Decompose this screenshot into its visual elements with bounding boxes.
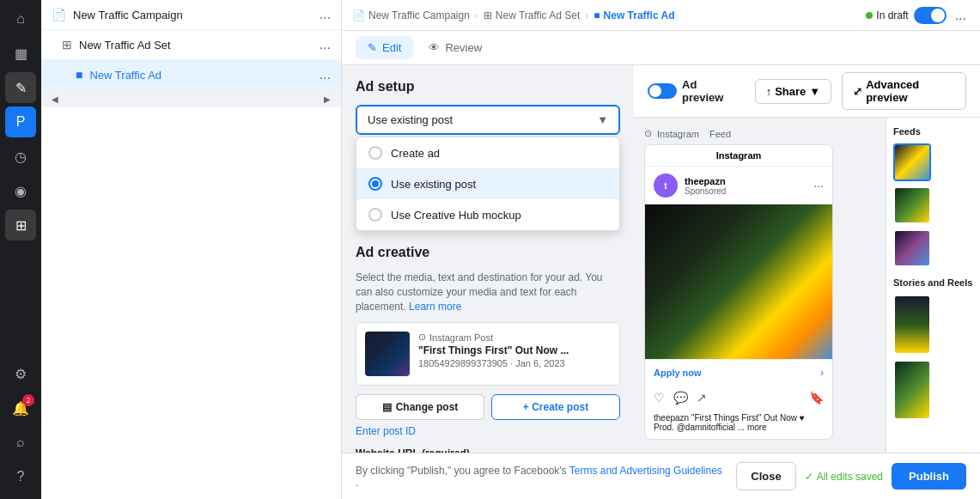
create-post-btn[interactable]: + Create post (491, 394, 620, 420)
breadcrumb-sep-2: › (585, 9, 588, 21)
status-toggle[interactable] (914, 7, 947, 24)
breadcrumb-campaigns[interactable]: 📄 New Traffic Campaign (352, 9, 470, 21)
dropdown-options: Create ad Use existing post Use Creative… (356, 137, 620, 231)
campaign-item-adset[interactable]: ⊞ New Traffic Ad Set ... (41, 30, 341, 60)
ig-like-icon[interactable]: ♡ (654, 391, 665, 405)
stories-thumbs-row (893, 295, 973, 420)
option-use-existing[interactable]: Use existing post (356, 168, 619, 199)
option-create-ad-label: Create ad (391, 147, 440, 160)
terms-link[interactable]: Terms and Advertising Guidelines (569, 465, 722, 477)
breadcrumb-more[interactable]: ... (952, 8, 970, 23)
bottom-notice: By clicking "Publish," you agree to Face… (356, 465, 727, 489)
post-meta: 18054929899373905 · Jan 6, 2023 (418, 358, 611, 368)
instagram-card: Instagram t theepazn Sponsored ··· Apply… (644, 144, 833, 440)
ig-avatar: t (654, 173, 678, 198)
ig-caption: theepazn "First Things First" Out Now ♥ … (645, 410, 832, 439)
stories-section-title: Stories and Reels (893, 277, 973, 288)
search-icon[interactable]: ◉ (5, 175, 36, 206)
option-creative-hub[interactable]: Use Creative Hub mockup (356, 199, 619, 230)
share-btn[interactable]: ↑ Share ▼ (755, 79, 832, 104)
ad-type-dropdown[interactable]: Use existing post ▼ (356, 105, 620, 135)
feed-thumb-img-3 (895, 231, 929, 265)
profile-icon[interactable]: P (5, 106, 36, 137)
campaign-item-campaign[interactable]: 📄 New Traffic Campaign ... (41, 0, 341, 30)
tab-edit[interactable]: ✎ Edit (356, 36, 413, 59)
breadcrumb-label-adset: New Traffic Ad Set (496, 9, 581, 21)
ig-comment-icon[interactable]: 💬 (673, 391, 688, 405)
publish-button[interactable]: Publish (892, 463, 966, 490)
status-badge: In draft (866, 9, 908, 21)
breadcrumb-adset[interactable]: ⊞ New Traffic Ad Set (484, 9, 581, 21)
change-post-btn[interactable]: ▤ Change post (356, 394, 484, 420)
breadcrumb-label-ad: New Traffic Ad (604, 9, 675, 21)
preview-content: ⊙ Instagram Feed Instagram t theepazn Sp… (634, 118, 980, 453)
saved-text-label: All edits saved (817, 471, 883, 483)
notice-end: . (356, 477, 358, 489)
option-use-existing-label: Use existing post (391, 178, 476, 191)
learn-more-link[interactable]: Learn more (409, 301, 461, 313)
ig-more-icon[interactable]: ··· (813, 179, 824, 192)
dropdown-arrow-icon: ▼ (597, 113, 608, 126)
create-post-label: + Create post (523, 401, 588, 413)
preview-toggle: Ad preview (648, 78, 734, 104)
notice-start: By clicking "Publish," you agree to Face… (356, 465, 569, 477)
instagram-preview: ⊙ Instagram Feed Instagram t theepazn Sp… (634, 118, 886, 453)
breadcrumb-bar: 📄 New Traffic Campaign › ⊞ New Traffic A… (342, 0, 980, 31)
question-icon[interactable]: ? (5, 461, 36, 492)
ad-type-dropdown-container: Use existing post ▼ Create ad Use existi… (356, 105, 620, 231)
campaign-item-ad[interactable]: ■ New Traffic Ad ... (41, 60, 341, 90)
close-button[interactable]: Close (736, 462, 795, 490)
placement-type: Feed (709, 129, 731, 139)
chart-icon[interactable]: ▦ (5, 38, 36, 69)
ig-cta-arrow-icon: › (820, 367, 824, 379)
story-thumb-1[interactable] (893, 295, 931, 355)
feed-thumb-1[interactable] (893, 143, 931, 181)
ad-label: New Traffic Ad (89, 69, 312, 82)
share-label: Share (775, 85, 806, 98)
share-icon: ↑ (766, 85, 772, 98)
bell-icon[interactable]: 🔔2 (5, 393, 36, 423)
feeds-thumbs-row-2 (893, 229, 973, 267)
story-thumb-2[interactable] (893, 360, 931, 420)
edit-icon: ✎ (368, 41, 377, 54)
instagram-icon: ⊙ (418, 332, 426, 343)
dropdown-selected-value: Use existing post (368, 113, 453, 126)
tab-review[interactable]: 👁 Review (417, 36, 494, 59)
bottom-bar: By clicking "Publish," you agree to Face… (342, 453, 980, 499)
campaign-dots[interactable]: ... (320, 7, 331, 22)
option-create-ad[interactable]: Create ad (356, 137, 619, 168)
ig-cta-text[interactable]: Apply now (654, 368, 702, 378)
option-creative-hub-label: Use Creative Hub mockup (391, 209, 521, 222)
radio-use-existing (368, 177, 382, 191)
share-chevron-icon: ▼ (809, 85, 820, 98)
ad-icon: ■ (76, 68, 82, 82)
story-thumb-img-2 (895, 362, 929, 418)
scroll-right[interactable]: ▶ (324, 94, 331, 104)
ig-share-icon[interactable]: ↗ (697, 391, 707, 405)
settings-icon[interactable]: ⚙ (5, 358, 36, 389)
grid-icon[interactable]: ⊞ (5, 210, 36, 240)
enter-post-id-link[interactable]: Enter post ID (356, 425, 620, 437)
stories-section: Stories and Reels (893, 277, 973, 420)
preview-toggle-btn[interactable] (648, 83, 677, 99)
ad-dots[interactable]: ... (320, 67, 331, 82)
saved-indicator: ✓ All edits saved (805, 471, 883, 483)
feed-thumb-2[interactable] (893, 186, 931, 224)
home-icon[interactable]: ⌂ (5, 3, 36, 34)
breadcrumb-icon-ad: ■ (593, 9, 600, 21)
breadcrumb-ad[interactable]: ■ New Traffic Ad (593, 9, 674, 21)
ad-setup-title: Ad setup (356, 79, 620, 94)
preview-panel: Ad preview ↑ Share ▼ ⤢ Advanced preview (634, 65, 980, 453)
magnify-icon[interactable]: ⌕ (5, 427, 36, 458)
feed-thumb-3[interactable] (893, 229, 931, 267)
pencil-icon[interactable]: ✎ (5, 72, 36, 103)
edit-label: Edit (382, 41, 401, 54)
adset-dots[interactable]: ... (320, 37, 331, 52)
clock-icon[interactable]: ◷ (5, 141, 36, 172)
scroll-left[interactable]: ◀ (52, 94, 58, 104)
advanced-preview-btn[interactable]: ⤢ Advanced preview (842, 72, 966, 110)
creative-desc-text: Select the media, text and destination f… (356, 271, 603, 313)
ig-save-icon[interactable]: 🔖 (809, 391, 824, 405)
adset-icon: ⊞ (62, 38, 72, 52)
post-type: ⊙ Instagram Post (418, 332, 611, 343)
